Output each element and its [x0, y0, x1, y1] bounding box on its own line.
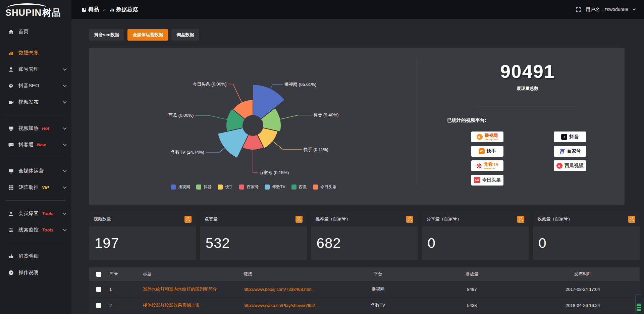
- tab-抖音seo数据[interactable]: 抖音seo数据: [89, 29, 124, 41]
- menu-divider: [6, 115, 65, 115]
- platform-badge-百家号: 百百家号: [554, 146, 586, 157]
- user-icon: [8, 66, 14, 72]
- pie-slice-华数TV[interactable]: [218, 128, 249, 158]
- legend-label: 西瓜: [299, 184, 307, 190]
- username-label[interactable]: 用户名：zswodun88: [586, 7, 628, 13]
- data-tabs: 抖音seo数据全媒体运营数据询盘数据: [89, 29, 644, 41]
- cell-title[interactable]: 室外水纹灯和室内水纹灯的区别和简介: [143, 286, 244, 292]
- chevron-down-icon: [63, 227, 66, 231]
- sidebar-item-视频加热[interactable]: 视频加热Hot: [0, 120, 71, 137]
- sidebar-item-视频发布[interactable]: 视频发布: [0, 94, 71, 110]
- col-header: 链接: [244, 271, 341, 277]
- sidebar-item-全媒体运营[interactable]: 全媒体运营: [0, 163, 71, 179]
- platform-badge-今日头条: 头条今日头条: [471, 175, 503, 186]
- stat-cards-row: 视频数量 总 197 点赞量 总 532 推荐量（百家号） 总 682 分享量（…: [89, 212, 640, 260]
- summary-section: 90491 展现量总数 已统计的视频平台: ▶播视网boosj.com66快手华…: [417, 48, 625, 205]
- sidebar-item-label: 视频加热: [18, 125, 39, 132]
- app-icon: [82, 7, 86, 12]
- stat-card-分享量（百家号）: 分享量（百家号） 总 0: [422, 212, 529, 260]
- sidebar-item-会员爆客[interactable]: 会员爆客Tools: [0, 205, 71, 222]
- legend-label: 百家号: [247, 184, 259, 190]
- chevron-down-icon: [63, 100, 66, 103]
- chevron-down-icon: [63, 168, 66, 172]
- member-icon: [8, 211, 14, 216]
- legend-label: 抖音: [204, 184, 212, 190]
- cell-link[interactable]: http://www.wasu.cn/Play/show/id/952...: [244, 303, 341, 308]
- total-badge[interactable]: 总: [628, 216, 635, 223]
- row-checkbox[interactable]: [96, 287, 101, 292]
- stat-card-推荐量（百家号）: 推荐量（百家号） 总 682: [311, 212, 418, 260]
- sidebar-item-抖音SEO[interactable]: 抖音SEO: [0, 77, 71, 94]
- grid-icon: [8, 185, 14, 190]
- sidebar-item-账号管理[interactable]: 账号管理: [0, 61, 71, 77]
- chevron-down-icon: [63, 126, 66, 129]
- legend-swatch: [265, 185, 270, 190]
- sidebar-item-首页[interactable]: 首页: [0, 23, 71, 40]
- sidebar-menu: 首页数据总览账号管理抖音SEO视频发布视频加热Hot抖客通New全媒体运营矩阵助…: [0, 20, 71, 281]
- chat-icon: [8, 142, 14, 148]
- sidebar-item-矩阵助推[interactable]: 矩阵助推VIP: [0, 179, 71, 196]
- sidebar-item-tag: Tools: [42, 211, 53, 216]
- sidebar-item-label: 会员爆客: [18, 210, 39, 217]
- stat-card-value: 0: [427, 235, 435, 251]
- sidebar-item-label: 账号管理: [18, 66, 39, 72]
- sidebar-item-抖客通[interactable]: 抖客通New: [0, 137, 71, 153]
- network-monitor-widget[interactable]: [635, 294, 642, 313]
- pie-label-抖音: 抖音 (9.40%): [313, 112, 339, 117]
- tab-全媒体运营数据[interactable]: 全媒体运营数据: [127, 29, 168, 41]
- pie-label-播视网: 播视网 (65.61%): [284, 82, 316, 87]
- logo-text-cn: 树品: [42, 8, 61, 18]
- total-impressions-label: 展现量总数: [447, 86, 608, 92]
- stat-card-title: 分享量（百家号）: [426, 216, 461, 222]
- platform-domain: wasu.cn: [484, 167, 499, 170]
- select-all-checkbox[interactable]: [96, 272, 101, 277]
- fullscreen-icon[interactable]: [576, 7, 581, 12]
- cell-link[interactable]: http://www.boosj.com/7338468.html: [244, 287, 341, 292]
- platform-name: 西瓜视频: [565, 163, 583, 169]
- total-badge[interactable]: 总: [296, 216, 303, 223]
- total-badge[interactable]: 总: [517, 216, 524, 223]
- legend-swatch: [239, 185, 244, 190]
- cell-no: 2: [109, 303, 143, 308]
- sidebar-item-label: 全媒体运营: [18, 168, 44, 174]
- rose-pie-chart[interactable]: 播视网 (65.61%)抖音 (9.40%)快手 (0.11%)百家号 (0.1…: [89, 48, 418, 205]
- sliders-icon: [8, 227, 14, 233]
- cell-title[interactable]: 楼体投影灯投影效果震撼上市: [143, 302, 244, 308]
- receipt-icon: [8, 253, 14, 259]
- user-menu-chevron-icon[interactable]: [633, 7, 636, 11]
- gear-icon: [8, 83, 14, 89]
- cell-time: 2017-08-24 17:04: [529, 287, 640, 292]
- table-row: 2 楼体投影灯投影效果震撼上市 http://www.wasu.cn/Play/…: [89, 298, 640, 313]
- legend-item-华数TV[interactable]: 华数TV: [265, 184, 285, 190]
- legend-swatch: [291, 185, 297, 190]
- total-badge[interactable]: 总: [406, 216, 413, 223]
- legend-swatch: [218, 185, 223, 190]
- sidebar-item-数据总览[interactable]: 数据总览: [0, 45, 71, 61]
- sidebar-item-操作说明[interactable]: ?操作说明: [0, 264, 71, 281]
- sidebar: SHUPIN树品 首页数据总览账号管理抖音SEO视频发布视频加热Hot抖客通Ne…: [0, 0, 71, 314]
- legend-item-西瓜[interactable]: 西瓜: [291, 184, 307, 190]
- main-content: 抖音seo数据全媒体运营数据询盘数据 播视网 (65.61%)抖音 (9.40%…: [71, 20, 644, 314]
- legend-item-百家号[interactable]: 百家号: [239, 184, 259, 190]
- col-header: 发布时间: [529, 271, 640, 277]
- legend-label: 播视网: [178, 184, 190, 190]
- sidebar-item-线索监控[interactable]: 线索监控Tools: [0, 222, 71, 238]
- legend-item-今日头条[interactable]: 今日头条: [313, 184, 336, 190]
- sidebar-item-tag: VIP: [42, 185, 49, 190]
- menu-divider: [6, 200, 65, 201]
- stat-card-value: 532: [206, 235, 230, 251]
- legend-item-抖音[interactable]: 抖音: [196, 184, 212, 190]
- sidebar-item-消费明细[interactable]: 消费明细: [0, 248, 71, 264]
- table-header-row: 序号 标题 链接 平台 播放量 发布时间: [89, 267, 640, 281]
- sidebar-item-tag: Hot: [42, 126, 49, 131]
- legend-item-快手[interactable]: 快手: [218, 184, 233, 190]
- row-checkbox[interactable]: [96, 303, 101, 308]
- label-line: [280, 115, 312, 119]
- breadcrumb-root[interactable]: 树品: [88, 6, 99, 13]
- chart-legend: 播视网抖音快手百家号华数TV西瓜今日头条: [89, 184, 418, 190]
- cell-platform: 华数TV: [341, 302, 418, 308]
- total-badge[interactable]: 总: [184, 216, 192, 223]
- tab-询盘数据[interactable]: 询盘数据: [171, 29, 199, 41]
- platforms-label: 已统计的视频平台:: [447, 117, 608, 123]
- legend-item-播视网[interactable]: 播视网: [171, 184, 190, 190]
